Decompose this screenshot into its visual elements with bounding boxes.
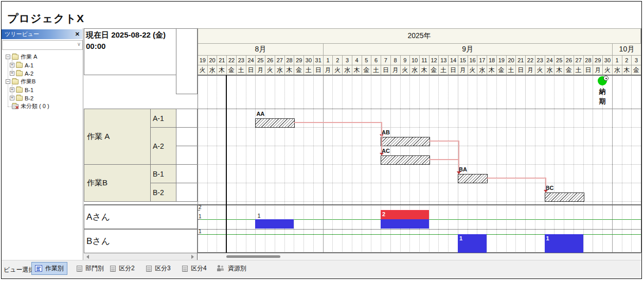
icon-line — [78, 269, 81, 270]
view-button-label: 区分3 — [155, 264, 171, 273]
resource-name-cell[interactable]: Aさん — [84, 205, 198, 230]
collapse-icon[interactable]: − — [6, 79, 10, 84]
weekday-header-cell: 水 — [612, 65, 622, 76]
weekday-header-cell: 火 — [400, 65, 410, 76]
year-header-cell: 2025年 — [198, 28, 641, 44]
day-header-cell: 1 — [323, 55, 333, 65]
resource-scale-tick — [198, 234, 200, 235]
expand-icon[interactable]: + — [10, 63, 14, 67]
tree-item[interactable]: ✕未分類 ( 0 ) — [12, 102, 84, 110]
day-header-cell: 24 — [545, 55, 555, 65]
tree-item[interactable]: −作業B — [6, 78, 78, 85]
folder-icon — [12, 79, 19, 84]
day-header-cell: 31 — [313, 55, 324, 65]
resource-load-bar[interactable] — [255, 219, 294, 229]
resource-load-label: 2 — [382, 211, 385, 217]
day-header-cell: 14 — [448, 55, 458, 65]
weekday-header-cell: 月 — [390, 65, 401, 76]
weekday-header-cell: 金 — [362, 65, 372, 76]
weekday-header-cell: 土 — [438, 65, 449, 76]
weekday-header-cell: 水 — [545, 65, 555, 76]
tree-view-panel: ツリービュー ✕ ∨ −作業 A+A-1+A-2−作業B+B-1+B-2✕未分類… — [2, 28, 83, 260]
weekday-header-cell: 金 — [496, 65, 507, 76]
resource-load-bar[interactable] — [545, 234, 583, 253]
tree-filter-combobox[interactable]: ∨ — [2, 40, 83, 50]
resource-name-cell[interactable]: Bさん — [84, 229, 198, 253]
view-button[interactable]: 作業別 — [31, 262, 67, 275]
task-row-name-cell[interactable]: B-2 — [150, 183, 176, 202]
milestone-label: 納期 — [598, 86, 606, 106]
task-group-cell[interactable]: 作業B — [84, 164, 151, 202]
person-head — [221, 266, 223, 268]
tree-item[interactable]: +A-1 — [10, 61, 82, 69]
day-header-cell: 25 — [554, 55, 564, 65]
tree-view-title: ツリービュー — [2, 30, 75, 38]
resource-overload-bar[interactable] — [381, 210, 429, 219]
expand-icon[interactable]: + — [10, 96, 14, 100]
day-header-cell: 15 — [458, 55, 468, 65]
weekday-header-cell: 金 — [429, 65, 439, 76]
day-header-cell: 6 — [371, 55, 381, 65]
weekday-header-cell: 火 — [265, 65, 275, 76]
scroll-left-icon[interactable] — [86, 255, 89, 259]
tree-item[interactable]: +B-1 — [10, 86, 82, 94]
weekday-header-cell: 日 — [246, 65, 256, 76]
weekday-header-cell: 日 — [381, 65, 391, 76]
weekday-header-cell: 木 — [284, 65, 295, 76]
day-header-cell: 26 — [564, 55, 574, 65]
day-header-cell: 19 — [496, 55, 507, 65]
chart-right-border — [641, 28, 641, 253]
view-button[interactable]: 部門別 — [74, 262, 107, 275]
day-header-cell: 3 — [631, 55, 641, 65]
day-header-cell: 2 — [622, 55, 632, 65]
weekday-header-cell: 金 — [226, 65, 237, 76]
tree-item[interactable]: −作業 A — [6, 53, 78, 61]
table-hscrollbar[interactable] — [84, 253, 198, 260]
weekday-header-cell: 土 — [303, 65, 314, 76]
resource-view-icon — [217, 265, 225, 272]
tree-item[interactable]: +B-2 — [10, 94, 82, 102]
weekday-header-cell: 月 — [525, 65, 535, 76]
task-bar[interactable] — [458, 174, 488, 183]
folder-icon — [12, 55, 19, 60]
weekday-header-cell: 木 — [419, 65, 430, 76]
expand-icon[interactable]: + — [10, 88, 14, 92]
tree-item-label: 作業 A — [21, 53, 37, 61]
view-button-label: 資源別 — [228, 264, 246, 273]
weekday-header-cell: 木 — [554, 65, 564, 76]
task-row-name-cell[interactable]: B-1 — [150, 164, 176, 183]
tree-item-label: 作業B — [21, 78, 35, 85]
day-header-cell: 17 — [477, 55, 487, 65]
chevron-down-icon[interactable]: ∨ — [77, 41, 81, 47]
month-header-cell: 8月 — [198, 43, 324, 56]
expand-icon[interactable]: + — [10, 71, 14, 76]
resource-scale-label: 1 — [199, 214, 202, 219]
view-button[interactable]: 区分4 — [179, 262, 210, 275]
view-button[interactable]: 区分3 — [143, 262, 174, 275]
task-row-name-cell[interactable]: A-1 — [150, 109, 176, 128]
icon-line — [183, 268, 187, 268]
weekday-header-cell: 木 — [487, 65, 497, 76]
resource-load-label: 1 — [459, 235, 462, 241]
tree-item[interactable]: +A-2 — [10, 69, 82, 77]
task-group-cell[interactable]: 作業 A — [84, 109, 151, 165]
task-bar[interactable] — [381, 155, 430, 165]
collapse-icon[interactable]: − — [6, 55, 10, 59]
milestone-column-header-cell — [176, 28, 198, 94]
view-button[interactable]: 区分2 — [107, 262, 138, 275]
month-header-cell: 9月 — [323, 43, 613, 56]
resource-load-bar[interactable] — [381, 219, 429, 229]
task-row-name-cell[interactable]: A-2 — [150, 127, 176, 165]
task-bar[interactable] — [381, 137, 430, 146]
chart-hscrollbar-thumb[interactable] — [226, 255, 280, 258]
weekday-header-cell: 月 — [458, 65, 468, 76]
task-bar[interactable] — [255, 118, 295, 128]
weekday-header-cell: 日 — [583, 65, 594, 76]
scroll-right-icon[interactable] — [191, 255, 194, 259]
weekday-header-cell: 水 — [275, 65, 285, 76]
close-icon[interactable]: ✕ — [75, 31, 82, 38]
view-button[interactable]: 資源別 — [214, 262, 249, 275]
weekday-header-cell: 木 — [352, 65, 362, 76]
task-bar[interactable] — [545, 193, 584, 202]
header-bottom-border — [198, 75, 641, 76]
